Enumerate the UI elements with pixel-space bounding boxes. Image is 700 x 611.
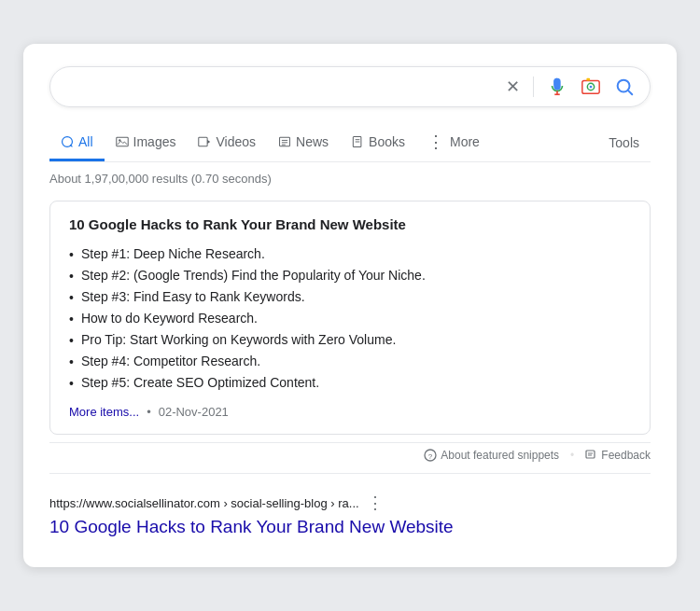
search-icons: ✕ <box>506 76 635 97</box>
snippet-feedback-bar: ? About featured snippets • Feedback <box>49 442 651 465</box>
list-item: How to do Keyword Research. <box>69 308 631 329</box>
result-url: https://www.socialsellinator.com › socia… <box>49 496 359 510</box>
feedback-icon <box>585 450 597 462</box>
snippet-date: 02-Nov-2021 <box>159 405 229 419</box>
tab-all[interactable]: All <box>49 125 105 161</box>
list-item: Pro Tip: Start Working on Keywords with … <box>69 329 631 351</box>
result-url-row: https://www.socialsellinator.com › socia… <box>49 493 651 513</box>
svg-text:?: ? <box>428 452 433 461</box>
browser-card: Google Hacks to Rank Your Brand New Webs… <box>23 44 677 567</box>
news-icon <box>278 135 291 148</box>
images-icon <box>116 135 129 148</box>
lens-icon[interactable] <box>581 76 601 97</box>
divider-icon <box>533 76 534 97</box>
svg-line-9 <box>70 145 72 146</box>
result-menu-icon[interactable]: ⋮ <box>367 493 384 513</box>
all-icon <box>61 135 74 148</box>
snippet-list: Step #1: Deep Niche Research. Step #2: (… <box>69 243 631 394</box>
svg-rect-4 <box>586 78 590 81</box>
svg-rect-10 <box>116 137 127 146</box>
nav-tabs: All Images Videos <box>49 124 651 162</box>
list-item: Step #3: Find Easy to Rank Keywords. <box>69 286 631 308</box>
info-icon: ? <box>424 449 437 462</box>
books-icon <box>351 135 364 148</box>
search-icon[interactable] <box>614 76 635 97</box>
tab-videos[interactable]: Videos <box>187 125 267 161</box>
snippet-title: 10 Google Hacks to Rank Your Brand New W… <box>69 216 631 232</box>
results-info: About 1,97,00,000 results (0.70 seconds) <box>49 172 651 186</box>
result-item: https://www.socialsellinator.com › socia… <box>49 481 651 541</box>
list-item: Step #1: Deep Niche Research. <box>69 243 631 265</box>
list-item: Step #5: Create SEO Optimized Content. <box>69 372 631 394</box>
svg-rect-23 <box>586 451 595 458</box>
svg-line-7 <box>628 90 632 94</box>
tab-images[interactable]: Images <box>105 125 188 161</box>
svg-rect-12 <box>199 137 207 146</box>
search-bar: Google Hacks to Rank Your Brand New Webs… <box>49 66 651 107</box>
more-dots-icon: ⋮ <box>427 133 445 150</box>
svg-point-5 <box>590 86 593 89</box>
clear-icon[interactable]: ✕ <box>506 76 520 97</box>
svg-marker-13 <box>208 140 211 145</box>
featured-snippet: 10 Google Hacks to Rank Your Brand New W… <box>49 201 651 435</box>
feedback-button[interactable]: Feedback <box>585 449 651 462</box>
videos-icon <box>198 135 211 148</box>
mic-icon[interactable] <box>547 76 567 97</box>
list-item: Step #2: (Google Trends) Find the Popula… <box>69 265 631 286</box>
tab-news[interactable]: News <box>267 125 340 161</box>
tab-more[interactable]: ⋮ More <box>416 124 491 162</box>
about-snippets-button[interactable]: ? About featured snippets <box>424 449 559 462</box>
list-item: Step #4: Competitor Research. <box>69 351 631 372</box>
section-divider <box>49 473 651 474</box>
snippet-footer: More items... • 02-Nov-2021 <box>69 405 631 419</box>
more-items-link[interactable]: More items... <box>69 405 139 419</box>
search-input[interactable]: Google Hacks to Rank Your Brand New Webs… <box>65 78 506 95</box>
tab-books[interactable]: Books <box>340 125 416 161</box>
result-title-link[interactable]: 10 Google Hacks to Rank Your Brand New W… <box>49 517 454 536</box>
tools-button[interactable]: Tools <box>597 126 651 160</box>
